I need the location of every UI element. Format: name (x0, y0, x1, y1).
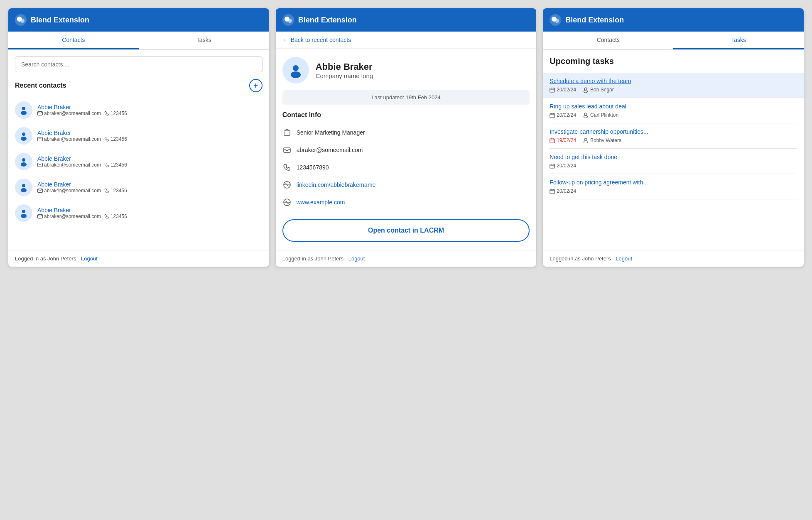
website-icon (282, 198, 292, 207)
back-to-contacts-link[interactable]: ← Back to recent contacts (276, 32, 537, 49)
person-icon (19, 208, 29, 218)
task-meta: 20/02/24 (550, 163, 797, 169)
avatar-icon (288, 62, 304, 78)
svg-point-4 (21, 111, 27, 115)
contact-item[interactable]: Abbie Braker abraker@someemail.com 12345… (15, 174, 262, 200)
contact-meta: abraker@someemail.com 123456 (37, 188, 262, 194)
calendar-icon (550, 87, 555, 93)
search-input[interactable] (15, 56, 262, 72)
email-meta-icon (37, 111, 43, 115)
panel3-footer: Logged in as John Peters - Logout (543, 250, 804, 267)
phone-meta: 123456 (104, 110, 127, 116)
contact-meta: abraker@someemail.com 123456 (37, 162, 262, 168)
svg-rect-44 (550, 139, 554, 143)
svg-point-7 (21, 137, 27, 141)
phone-meta-icon (104, 188, 109, 193)
linkedin-link[interactable]: linkedin.com/abbiebrakername (297, 182, 376, 188)
task-item[interactable]: Need to get this task done 20/02/24 (550, 149, 797, 174)
panel1-title: Blend Extension (31, 16, 89, 25)
email-meta: abraker@someemail.com (37, 110, 101, 116)
tasks-list: Schedule a demo with the team 20/02/24 B… (550, 73, 797, 199)
email-meta-icon (37, 163, 43, 167)
svg-point-37 (584, 90, 588, 93)
tab-tasks-1[interactable]: Tasks (139, 32, 269, 49)
svg-point-36 (584, 88, 587, 90)
contact-item[interactable]: Abbie Braker abraker@someemail.com 12345… (15, 200, 262, 226)
task-item[interactable]: Investigate partnership opportunities...… (550, 123, 797, 149)
contact-item[interactable]: Abbie Braker abraker@someemail.com 12345… (15, 123, 262, 149)
svg-point-16 (21, 214, 27, 218)
svg-rect-24 (284, 148, 290, 152)
svg-point-6 (22, 132, 25, 136)
tab-tasks-3[interactable]: Tasks (673, 32, 804, 49)
panel1-header: Blend Extension (8, 8, 269, 32)
phone-meta-icon (104, 214, 109, 219)
website-link[interactable]: www.example.com (297, 199, 345, 206)
tab-contacts-3[interactable]: Contacts (543, 32, 673, 49)
footer-text-1: Logged in as John Peters - (15, 255, 81, 262)
job-title-value: Senior Marketing Manager (297, 129, 365, 136)
calendar-icon (550, 138, 555, 143)
calendar-icon (550, 113, 555, 118)
email-meta-icon (37, 137, 43, 141)
task-title: Schedule a demo with the team (550, 78, 797, 84)
svg-rect-38 (550, 113, 554, 118)
blend-logo-icon (15, 14, 27, 26)
contact-info-section: Contact info Senior Marketing Manager (276, 111, 537, 211)
task-date: 20/02/24 (550, 163, 576, 169)
task-meta: 20/02/24 Carl Plinkton (550, 112, 797, 118)
contact-detail-header: Abbie Braker Company name long (276, 49, 537, 90)
task-item[interactable]: Schedule a demo with the team 20/02/24 B… (543, 73, 804, 98)
linkedin-icon (282, 180, 292, 189)
contact-item[interactable]: Abbie Braker abraker@someemail.com 12345… (15, 149, 262, 174)
svg-point-20 (288, 19, 292, 23)
contact-avatar (15, 101, 32, 119)
task-date: 20/02/24 (550, 188, 576, 194)
svg-rect-32 (550, 88, 554, 92)
panel3-header: Blend Extension (543, 8, 804, 32)
email-meta-icon (37, 189, 43, 193)
svg-point-31 (555, 19, 559, 23)
recent-contacts-title: Recent contacts (15, 82, 66, 89)
contact-avatar (15, 204, 32, 222)
svg-point-10 (21, 162, 27, 167)
logout-link-2[interactable]: Logout (348, 255, 365, 262)
phone-meta-icon (104, 111, 109, 116)
email-meta: abraker@someemail.com (37, 188, 101, 194)
svg-point-48 (584, 138, 587, 141)
logout-link-3[interactable]: Logout (616, 255, 632, 262)
task-title: Investigate partnership opportunities... (550, 128, 797, 135)
linkedin-row: linkedin.com/abbiebrakername (282, 176, 530, 194)
email-row: abraker@someemail.com (282, 141, 530, 159)
task-date: 20/02/24 (550, 87, 576, 93)
back-arrow-icon: ← (282, 37, 288, 43)
person-icon (19, 157, 29, 167)
panel2-footer: Logged in as John Peters - Logout (276, 250, 537, 267)
email-meta-icon (37, 214, 43, 218)
task-item[interactable]: Ring up sales lead about deal 20/02/24 C… (550, 98, 797, 123)
svg-point-9 (22, 158, 25, 162)
open-crm-button[interactable]: Open contact in LACRM (282, 219, 530, 242)
contact-meta: abraker@someemail.com 123456 (37, 213, 262, 219)
svg-point-12 (22, 184, 25, 187)
blend-logo-icon-3 (550, 14, 561, 26)
logout-link-1[interactable]: Logout (81, 255, 98, 262)
task-meta: 20/02/24 Bob Segar (550, 87, 797, 93)
contact-meta: abraker@someemail.com 123456 (37, 136, 262, 142)
svg-rect-50 (550, 164, 554, 168)
contact-item[interactable]: Abbie Braker abraker@someemail.com 12345… (15, 97, 262, 123)
tab-contacts-1[interactable]: Contacts (8, 32, 139, 49)
contact-detail-info: Abbie Braker Company name long (316, 61, 373, 79)
calendar-icon (550, 163, 555, 169)
person-icon (583, 87, 589, 93)
phone-value: 1234567890 (297, 164, 329, 171)
svg-point-49 (584, 141, 588, 143)
person-icon (19, 182, 29, 192)
contact-info: Abbie Braker abraker@someemail.com 12345… (37, 104, 262, 116)
task-item[interactable]: Follow-up on pricing agreement with... 2… (550, 174, 797, 199)
add-contact-button[interactable]: + (249, 79, 262, 92)
phone-meta: 123456 (104, 136, 127, 142)
task-assignee: Bob Segar (583, 87, 614, 93)
last-updated-bar: Last updated: 19th Feb 2024 (282, 90, 530, 105)
contact-info: Abbie Braker abraker@someemail.com 12345… (37, 207, 262, 219)
